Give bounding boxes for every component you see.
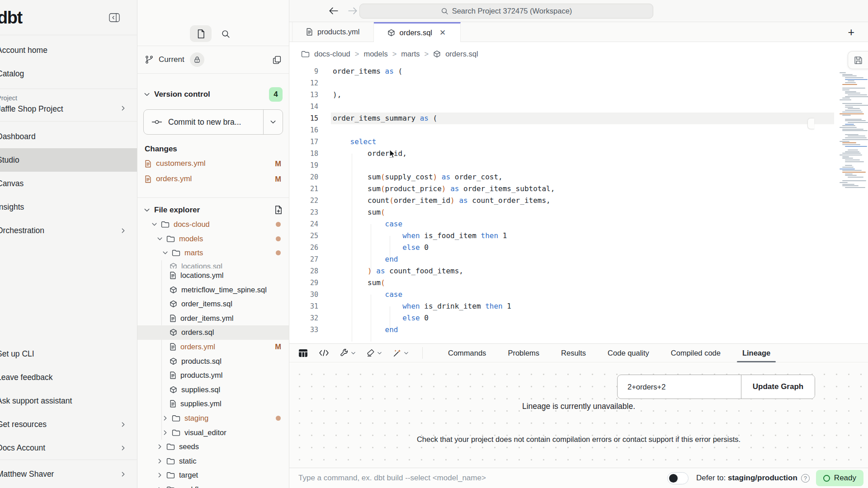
files-view-button[interactable] xyxy=(190,25,212,42)
commit-button[interactable]: Commit to new bra... xyxy=(143,109,283,135)
panel-tab-results[interactable]: Results xyxy=(561,344,586,362)
sidebar-collapse-icon[interactable] xyxy=(109,13,120,23)
tree-item-visual-editor[interactable]: visual_editor xyxy=(137,425,289,440)
changed-file-orders-yml[interactable]: orders.ymlM xyxy=(137,171,289,187)
code-line-9[interactable]: 9order_items as ( xyxy=(289,66,868,77)
panel-drag-handle[interactable] xyxy=(807,118,814,129)
magic-wand-dropdown[interactable] xyxy=(393,349,409,357)
help-icon[interactable]: ? xyxy=(801,474,810,483)
tree-item-target[interactable]: target xyxy=(137,468,289,483)
tree-item-marts[interactable]: marts xyxy=(137,246,289,260)
back-arrow-icon[interactable] xyxy=(328,6,339,16)
defer-toggle[interactable] xyxy=(667,472,689,484)
format-brush-dropdown[interactable] xyxy=(367,349,382,357)
tree-item-label: target xyxy=(179,471,198,479)
code-line-14[interactable]: 14 xyxy=(289,101,868,113)
code-line-21[interactable]: 21 sum(product_price) as order_items_sub… xyxy=(289,183,868,195)
editor-tab-products-yml[interactable]: products.yml xyxy=(292,22,374,42)
panel-tab-code-quality[interactable]: Code quality xyxy=(608,344,649,362)
sidebar-item-set-up-cli[interactable]: Set up CLI xyxy=(0,342,137,366)
sidebar-item-orchestration[interactable]: Orchestration xyxy=(0,219,137,242)
code-line-19[interactable]: 19 xyxy=(289,160,868,171)
project-search-input[interactable]: Search Project 372475 (Workspace) xyxy=(359,4,653,19)
code-line-23[interactable]: 23 sum( xyxy=(289,206,868,218)
code-line-30[interactable]: 30 case xyxy=(289,289,868,300)
build-tools-dropdown[interactable] xyxy=(340,349,356,357)
results-table-icon[interactable] xyxy=(298,349,308,357)
code-line-24[interactable]: 24 case xyxy=(289,218,868,230)
commit-dropdown-button[interactable] xyxy=(264,119,283,125)
new-tab-icon[interactable]: + xyxy=(848,27,854,38)
tree-item-order-items-sql[interactable]: order_items.sql xyxy=(137,297,289,311)
sidebar-item-canvas[interactable]: Canvas xyxy=(0,172,137,195)
forward-arrow-icon[interactable] xyxy=(347,6,358,16)
project-switcher[interactable]: Project Jaffle Shop Project xyxy=(0,89,137,121)
sidebar-item-docs-account[interactable]: Docs Account xyxy=(0,436,137,460)
update-graph-button[interactable]: Update Graph xyxy=(741,375,815,399)
code-line-13[interactable]: 13), xyxy=(289,89,868,101)
sidebar-item-get-resources[interactable]: Get resources xyxy=(0,413,137,436)
code-line-12[interactable]: 12 xyxy=(289,77,868,89)
sidebar-item-dashboard[interactable]: Dashboard xyxy=(0,125,137,148)
code-line-20[interactable]: 20 sum(supply_cost) as order_cost, xyxy=(289,171,868,183)
tree-item-orders-sql[interactable]: orders.sql xyxy=(137,325,289,340)
tree-item-metricflow-time-spine-sql[interactable]: metricflow_time_spine.sql xyxy=(137,282,289,297)
copy-icon[interactable] xyxy=(272,55,282,65)
code-editor[interactable]: 9order_items as (1213),1415order_items_s… xyxy=(289,66,868,343)
code-line-18[interactable]: 18 order_id, xyxy=(289,148,868,160)
changed-file-customers-yml[interactable]: customers.ymlM xyxy=(137,156,289,171)
version-control-header[interactable]: Version control 4 xyxy=(144,87,283,102)
panel-tab-problems[interactable]: Problems xyxy=(508,344,539,362)
code-line-22[interactable]: 22 count(order_item_id) as count_order_i… xyxy=(289,195,868,206)
tree-item-models[interactable]: models xyxy=(137,232,289,246)
tree-item-seeds[interactable]: seeds xyxy=(137,440,289,454)
lineage-selector-input[interactable] xyxy=(618,375,741,399)
breadcrumb-segment[interactable]: docs-cloud xyxy=(314,50,350,58)
tree-item-products-yml[interactable]: products.yml xyxy=(137,368,289,383)
tree-item-workflows[interactable]: workflows xyxy=(137,483,289,488)
command-input[interactable] xyxy=(298,474,667,483)
sidebar-item-matthew-shaver[interactable]: Matthew Shaver xyxy=(0,462,137,486)
breadcrumb-segment[interactable]: marts xyxy=(401,50,420,58)
sidebar-item-account-home[interactable]: Account home xyxy=(0,38,137,62)
code-line-29[interactable]: 29 sum( xyxy=(289,277,868,289)
breadcrumb-segment[interactable]: models xyxy=(363,50,387,58)
tree-item-orders-yml[interactable]: orders.ymlM xyxy=(137,340,289,354)
panel-tab-lineage[interactable]: Lineage xyxy=(742,344,770,362)
code-line-25[interactable]: 25 when is_food_item then 1 xyxy=(289,230,868,242)
panel-tab-commands[interactable]: Commands xyxy=(448,344,486,362)
code-line-33[interactable]: 33 end xyxy=(289,324,868,336)
code-line-26[interactable]: 26 else 0 xyxy=(289,242,868,253)
code-line-31[interactable]: 31 when is_drink_item then 1 xyxy=(289,300,868,312)
tree-item-static[interactable]: static xyxy=(137,454,289,469)
tree-item-supplies-yml[interactable]: supplies.yml xyxy=(137,397,289,411)
code-icon[interactable] xyxy=(319,349,329,357)
tree-item-staging[interactable]: staging xyxy=(137,411,289,426)
sidebar-item-catalog[interactable]: Catalog xyxy=(0,62,137,85)
sidebar-item-insights[interactable]: Insights xyxy=(0,195,137,219)
close-tab-icon[interactable]: ✕ xyxy=(439,27,447,38)
editor-minimap[interactable] xyxy=(839,72,866,181)
tree-item-docs-cloud[interactable]: docs-cloud xyxy=(137,217,289,232)
tree-item-supplies-sql[interactable]: supplies.sql xyxy=(137,383,289,397)
tree-item-locations-yml[interactable]: locations.yml xyxy=(137,268,289,283)
code-line-27[interactable]: 27 end xyxy=(289,253,868,265)
save-file-button[interactable] xyxy=(848,51,868,69)
editor-tab-orders-sql[interactable]: orders.sql✕ xyxy=(374,22,461,42)
tree-item-locations-sql[interactable]: locations.sql xyxy=(137,260,289,268)
sidebar-item-leave-feedback[interactable]: Leave feedback xyxy=(0,366,137,389)
sidebar-item-studio[interactable]: Studio xyxy=(0,148,137,172)
search-view-icon[interactable] xyxy=(219,28,232,40)
panel-tab-compiled-code[interactable]: Compiled code xyxy=(671,344,721,362)
new-file-icon[interactable] xyxy=(274,205,283,215)
code-line-16[interactable]: 16 xyxy=(289,124,868,136)
code-line-17[interactable]: 17 select xyxy=(289,136,868,148)
code-line-15[interactable]: 15order_items_summary as ( xyxy=(289,113,868,124)
breadcrumb-segment[interactable]: orders.sql xyxy=(445,50,478,58)
tree-item-products-sql[interactable]: products.sql xyxy=(137,354,289,368)
sidebar-item-ask-support-assistant[interactable]: Ask support assistant xyxy=(0,389,137,413)
tree-item-order-items-yml[interactable]: order_items.yml xyxy=(137,311,289,326)
code-line-28[interactable]: 28 ) as count_food_items, xyxy=(289,265,868,277)
code-line-32[interactable]: 32 else 0 xyxy=(289,312,868,324)
file-explorer-header[interactable]: File explorer xyxy=(144,205,283,215)
